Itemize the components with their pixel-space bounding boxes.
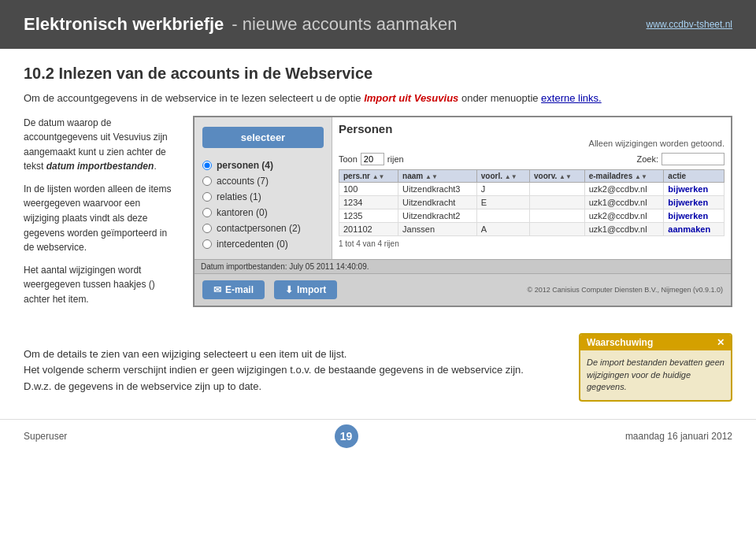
warning-title: Waarschuwing: [587, 337, 653, 348]
action-bijwerken-0[interactable]: bijwerken: [668, 184, 708, 194]
datum-importbestanden: Datum importbestanden: July 05 2011 14:4…: [201, 262, 369, 271]
datum-bar: Datum importbestanden: July 05 2011 14:4…: [195, 259, 731, 273]
show-row: Toon rijen: [339, 153, 404, 165]
action-bijwerken-1[interactable]: bijwerken: [668, 198, 708, 207]
selecteer-button[interactable]: selecteer: [202, 127, 324, 148]
import-button[interactable]: ⬇ Import: [274, 280, 337, 299]
radio-contactpersonen[interactable]: contactpersonen (2): [195, 220, 332, 236]
intro-text-end: onder menuoptie: [458, 92, 541, 104]
panel-subtitle: Alleen wijzigingen worden getoond.: [339, 139, 724, 148]
sort-email-icon: ▲▼: [635, 173, 647, 180]
rijen-label: rijen: [387, 154, 404, 164]
main-content: 10.2 Inlezen van de accounts in de Webse…: [0, 49, 756, 411]
close-icon[interactable]: ✕: [717, 337, 724, 348]
header-subtitle: - nieuwe accounts aanmaken: [232, 14, 457, 35]
left-block-3: Het aantal wijzigingen wordt weergegeven…: [24, 263, 177, 307]
col-email[interactable]: e-mailadres ▲▼: [584, 169, 664, 182]
search-input[interactable]: [662, 153, 724, 165]
header-link[interactable]: www.ccdbv-tsheet.nl: [647, 19, 732, 30]
table-row[interactable]: 201102 Janssen A uzk1@ccdbv.nl aanmaken: [339, 222, 724, 235]
import-highlight: Import uit Vesuvius: [364, 92, 458, 104]
zoek-label: Zoek:: [636, 154, 658, 164]
intro-paragraph: Om de accountgegevens in de webservice i…: [24, 91, 732, 106]
sort-naam-icon: ▲▼: [425, 173, 438, 180]
table-row[interactable]: 1234 Uitzendkracht E uzk1@ccdbv.nl bijwe…: [339, 195, 724, 209]
ui-panels: selecteer personen (4) accounts (7) rela…: [195, 117, 731, 259]
section-title: 10.2 Inlezen van de accounts in de Webse…: [24, 65, 732, 83]
header-title: Elektronisch werkbriefje: [24, 14, 224, 35]
two-col-section: De datum waarop de accountgegevens uit V…: [24, 116, 732, 307]
table-row[interactable]: 100 Uitzendkracht3 J uzk2@ccdbv.nl bijwe…: [339, 182, 724, 195]
warning-box: Waarschuwing ✕ De import bestanden bevat…: [579, 333, 732, 401]
col-voorl[interactable]: voorl. ▲▼: [476, 169, 529, 182]
sort-voorv-icon: ▲▼: [559, 173, 572, 180]
panel-title: Personen: [339, 122, 724, 135]
sort-persnr-icon: ▲▼: [372, 173, 385, 180]
radio-personen[interactable]: personen (4): [195, 157, 332, 173]
import-icon: ⬇: [285, 284, 293, 295]
left-description: De datum waarop de accountgegevens uit V…: [24, 116, 177, 307]
col-voorv[interactable]: voorv. ▲▼: [530, 169, 585, 182]
col-persnr[interactable]: pers.nr ▲▼: [339, 169, 398, 182]
ui-screenshot: selecteer personen (4) accounts (7) rela…: [193, 116, 732, 307]
rows-input[interactable]: [361, 153, 384, 165]
right-panel: Personen Alleen wijzigingen worden getoo…: [332, 117, 731, 259]
ui-inner-mockup: selecteer personen (4) accounts (7) rela…: [195, 117, 731, 306]
externe-links[interactable]: externe links.: [541, 92, 602, 104]
page-footer: Superuser 19 maandag 16 januari 2012: [0, 419, 756, 453]
warning-header: Waarschuwing ✕: [580, 335, 731, 350]
radio-intercedenten[interactable]: intercedenten (0): [195, 236, 332, 252]
copyright-text: © 2012 Canisius Computer Diensten B.V., …: [528, 286, 723, 294]
table-controls: Toon rijen Zoek:: [339, 153, 724, 165]
data-table: pers.nr ▲▼ naam ▲▼ voorl.: [339, 169, 724, 236]
sort-voorl-icon: ▲▼: [505, 173, 517, 180]
action-bijwerken-2[interactable]: bijwerken: [668, 211, 708, 220]
radio-kantoren[interactable]: kantoren (0): [195, 205, 332, 220]
intro-text-start: Om de accountgegevens in de webservice i…: [24, 92, 364, 104]
left-block-1: De datum waarop de accountgegevens uit V…: [24, 116, 177, 174]
radio-accounts[interactable]: accounts (7): [195, 173, 332, 189]
left-block-2: In de lijsten worden alleen de items wee…: [24, 182, 177, 255]
email-icon: ✉: [213, 284, 221, 295]
col-naam[interactable]: naam ▲▼: [398, 169, 477, 182]
toon-label: Toon: [339, 154, 358, 164]
email-button[interactable]: ✉ E-mail: [202, 280, 265, 299]
bottom-buttons: ✉ E-mail ⬇ Import © 2012 Canisius Comput…: [195, 273, 731, 306]
col-actie: actie: [664, 169, 724, 182]
row-count: 1 tot 4 van 4 rijen: [339, 239, 724, 248]
footer-superuser: Superuser: [24, 431, 67, 442]
warning-body: De import bestanden bevatten geen wijzig…: [580, 350, 731, 399]
action-aanmaken-3[interactable]: aanmaken: [668, 224, 710, 234]
radio-relaties[interactable]: relaties (1): [195, 189, 332, 205]
left-panel: selecteer personen (4) accounts (7) rela…: [195, 117, 332, 259]
footer-date: maandag 16 januari 2012: [625, 431, 732, 442]
page-number: 19: [335, 424, 358, 448]
search-row: Zoek:: [636, 153, 724, 165]
page-header: Elektronisch werkbriefje - nieuwe accoun…: [0, 0, 756, 49]
table-row[interactable]: 1235 Uitzendkracht2 uzk2@ccdbv.nl bijwer…: [339, 209, 724, 222]
